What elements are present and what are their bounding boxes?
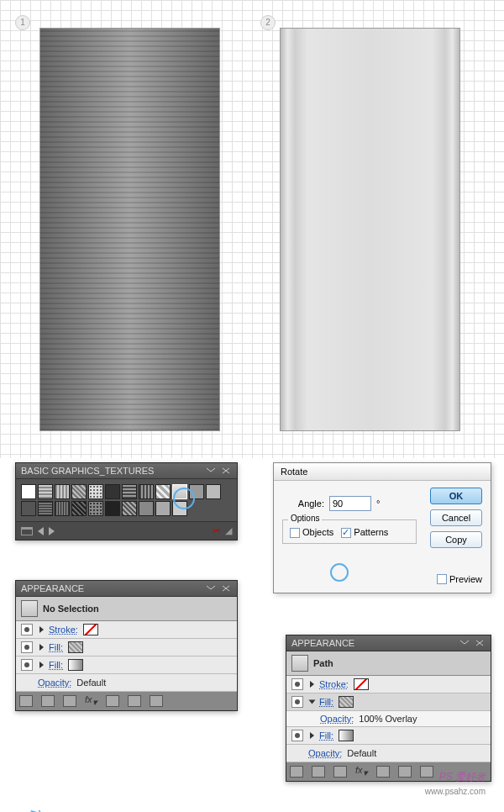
fill-swatch[interactable] xyxy=(339,696,354,708)
swatch[interactable] xyxy=(55,484,70,499)
fill-swatch[interactable] xyxy=(339,730,354,741)
delete-swatch-icon[interactable]: ✂ xyxy=(213,525,220,536)
duplicate-icon[interactable] xyxy=(128,695,141,707)
swatch[interactable] xyxy=(21,501,36,516)
swatch[interactable] xyxy=(139,501,154,516)
duplicate-icon[interactable] xyxy=(398,766,412,778)
swatch-view-icon[interactable] xyxy=(21,527,33,535)
visibility-toggle-icon[interactable] xyxy=(21,624,33,635)
swatch[interactable] xyxy=(38,484,53,499)
swatch[interactable] xyxy=(105,484,120,499)
ok-button[interactable]: OK xyxy=(430,488,482,504)
appearance-fill-row-2[interactable]: Fill: xyxy=(16,656,237,674)
appearance-stroke-row[interactable]: Stroke: xyxy=(286,676,491,693)
delete-icon[interactable] xyxy=(150,695,163,707)
stroke-label[interactable]: Stroke: xyxy=(49,625,78,635)
patterns-checkbox[interactable] xyxy=(341,528,351,538)
add-stroke-icon[interactable] xyxy=(41,695,55,707)
swatch[interactable] xyxy=(206,484,221,499)
swatch[interactable] xyxy=(122,501,137,516)
objects-checkbox[interactable] xyxy=(290,528,300,538)
swatch[interactable] xyxy=(139,484,154,499)
swatch[interactable] xyxy=(155,501,171,516)
opacity-value[interactable]: 100% Overlay xyxy=(359,714,417,724)
visibility-toggle-icon[interactable] xyxy=(21,659,33,671)
stroke-swatch[interactable] xyxy=(354,678,369,690)
visibility-toggle-icon[interactable] xyxy=(291,678,303,690)
swatch[interactable] xyxy=(155,484,171,499)
fill-label[interactable]: Fill: xyxy=(49,660,63,670)
opacity-label[interactable]: Opacity: xyxy=(308,748,342,758)
preview-checkbox[interactable] xyxy=(437,574,447,584)
swatch[interactable] xyxy=(21,484,36,499)
panel-close-icon[interactable] xyxy=(220,584,232,593)
panel-resize-icon[interactable]: ◢ xyxy=(225,525,232,536)
swatch[interactable] xyxy=(71,484,87,499)
panel-collapse-icon[interactable] xyxy=(205,584,217,593)
objects-checkbox-label[interactable]: Objects xyxy=(290,527,333,537)
delete-icon[interactable] xyxy=(420,766,433,778)
artwork-rectangle-1[interactable] xyxy=(39,28,220,431)
swatch[interactable] xyxy=(88,484,103,499)
stroke-label[interactable]: Stroke: xyxy=(319,679,349,689)
fill-label[interactable]: Fill: xyxy=(49,642,63,652)
fx-icon[interactable]: fx▾ xyxy=(355,765,368,778)
panel-close-icon[interactable] xyxy=(220,467,232,475)
clear-icon[interactable] xyxy=(376,766,390,778)
appearance-opacity-subrow[interactable]: Opacity: 100% Overlay xyxy=(286,711,491,727)
swatch[interactable] xyxy=(105,501,120,516)
visibility-toggle-icon[interactable] xyxy=(291,696,303,708)
swatch[interactable] xyxy=(55,501,70,516)
swatch[interactable] xyxy=(38,501,53,516)
fill-label[interactable]: Fill: xyxy=(319,697,333,707)
appearance-fill-row-expanded[interactable]: Fill: xyxy=(286,693,491,711)
opacity-value[interactable]: Default xyxy=(76,678,106,688)
fill-swatch[interactable] xyxy=(68,659,83,671)
appearance-panel-header[interactable]: APPEARANCE xyxy=(286,635,491,651)
panel-close-icon[interactable] xyxy=(474,639,486,647)
opacity-label[interactable]: Opacity: xyxy=(38,678,71,688)
appearance-fill-row-2[interactable]: Fill: xyxy=(286,727,491,745)
stroke-swatch[interactable] xyxy=(83,624,98,635)
swatch[interactable] xyxy=(71,501,87,516)
disclosure-icon[interactable] xyxy=(39,626,44,633)
fx-icon[interactable]: fx▾ xyxy=(85,694,97,708)
panel-collapse-icon[interactable] xyxy=(205,467,217,475)
clear-icon[interactable] xyxy=(106,695,119,707)
appearance-panel-header[interactable]: APPEARANCE xyxy=(16,581,237,597)
swatch[interactable] xyxy=(172,501,187,516)
swatch-selected[interactable] xyxy=(172,484,187,499)
next-icon[interactable] xyxy=(49,527,55,535)
disclosure-icon[interactable] xyxy=(310,681,314,688)
new-art-icon[interactable] xyxy=(19,695,33,707)
angle-input[interactable] xyxy=(329,496,371,511)
fill-label[interactable]: Fill: xyxy=(319,730,333,741)
appearance-opacity-row[interactable]: Opacity: Default xyxy=(286,745,491,762)
copy-button[interactable]: Copy xyxy=(430,531,482,548)
prev-icon[interactable] xyxy=(38,527,44,535)
opacity-value[interactable]: Default xyxy=(347,748,376,758)
swatch[interactable] xyxy=(189,484,204,499)
add-fill-icon[interactable] xyxy=(63,695,76,707)
disclosure-icon[interactable] xyxy=(39,662,44,668)
add-stroke-icon[interactable] xyxy=(312,766,325,778)
swatches-grid[interactable] xyxy=(16,479,237,521)
preview-row[interactable]: Preview xyxy=(437,574,482,584)
new-art-icon[interactable] xyxy=(290,766,303,778)
appearance-opacity-row[interactable]: Opacity: Default xyxy=(16,674,237,692)
appearance-stroke-row[interactable]: Stroke: xyxy=(16,621,237,639)
cancel-button[interactable]: Cancel xyxy=(430,509,482,526)
patterns-checkbox-label[interactable]: Patterns xyxy=(341,527,388,537)
add-fill-icon[interactable] xyxy=(333,766,347,778)
opacity-label[interactable]: Opacity: xyxy=(320,714,354,724)
swatches-panel-header[interactable]: BASIC GRAPHICS_TEXTURES xyxy=(16,463,237,479)
appearance-fill-row[interactable]: Fill: xyxy=(16,639,237,656)
fill-swatch[interactable] xyxy=(68,641,83,653)
visibility-toggle-icon[interactable] xyxy=(291,730,303,741)
swatch[interactable] xyxy=(88,501,103,516)
visibility-toggle-icon[interactable] xyxy=(21,641,33,653)
panel-collapse-icon[interactable] xyxy=(459,639,470,647)
swatch[interactable] xyxy=(122,484,137,499)
disclosure-icon[interactable] xyxy=(310,732,314,739)
disclosure-icon[interactable] xyxy=(39,644,44,651)
